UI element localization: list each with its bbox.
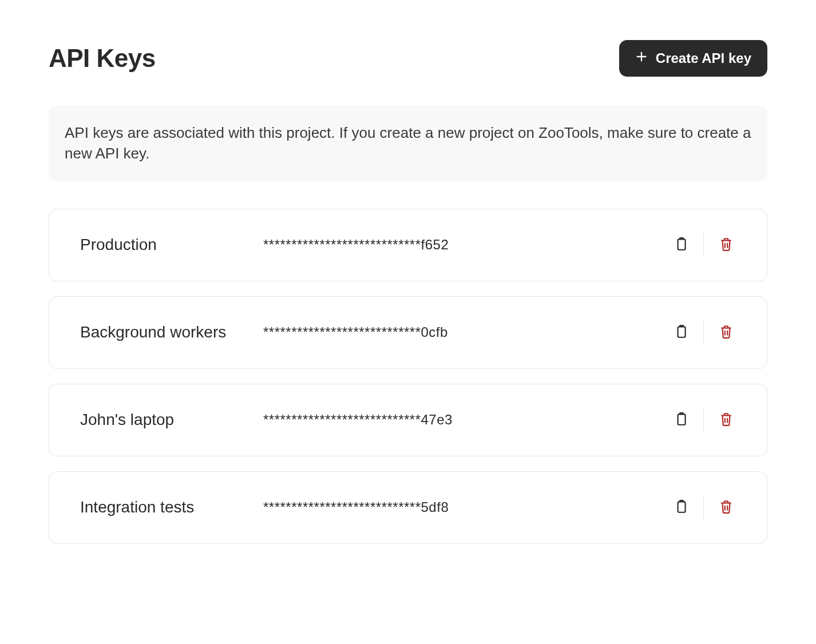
trash-icon xyxy=(719,236,734,255)
clipboard-icon xyxy=(674,236,688,255)
clipboard-icon xyxy=(674,323,688,342)
delete-api-key-button[interactable] xyxy=(704,406,748,434)
copy-api-key-button[interactable] xyxy=(659,231,703,259)
clipboard-icon xyxy=(674,411,688,430)
api-key-row: John's laptop **************************… xyxy=(49,384,767,456)
api-key-name: Production xyxy=(80,236,263,254)
api-key-name: John's laptop xyxy=(80,411,263,429)
svg-rect-8 xyxy=(678,414,686,424)
api-key-actions xyxy=(659,494,748,522)
api-key-masked-value: ****************************47e3 xyxy=(263,412,659,428)
delete-api-key-button[interactable] xyxy=(704,319,748,347)
clipboard-icon xyxy=(674,498,688,517)
trash-icon xyxy=(719,323,734,342)
create-button-label: Create API key xyxy=(656,50,751,66)
api-keys-list: Production ****************************f… xyxy=(49,209,767,544)
svg-rect-5 xyxy=(678,327,686,337)
api-key-masked-value: ****************************f652 xyxy=(263,237,659,253)
copy-api-key-button[interactable] xyxy=(659,406,703,434)
page-title: API Keys xyxy=(49,44,156,73)
api-key-masked-value: ****************************5df8 xyxy=(263,499,659,515)
api-key-row: Production ****************************f… xyxy=(49,209,767,281)
copy-api-key-button[interactable] xyxy=(659,494,703,522)
svg-rect-2 xyxy=(678,239,686,249)
delete-api-key-button[interactable] xyxy=(704,494,748,522)
api-key-row: Integration tests **********************… xyxy=(49,471,767,544)
trash-icon xyxy=(719,498,734,517)
api-key-actions xyxy=(659,406,748,434)
api-key-name: Background workers xyxy=(80,323,263,341)
copy-api-key-button[interactable] xyxy=(659,319,703,347)
svg-rect-11 xyxy=(678,502,686,512)
page-header: API Keys Create API key xyxy=(49,40,767,77)
delete-api-key-button[interactable] xyxy=(704,231,748,259)
trash-icon xyxy=(719,411,734,430)
api-key-name: Integration tests xyxy=(80,498,263,516)
info-box: API keys are associated with this projec… xyxy=(49,105,767,181)
plus-icon xyxy=(635,50,648,66)
api-key-actions xyxy=(659,319,748,347)
info-text: API keys are associated with this projec… xyxy=(65,122,751,164)
api-key-masked-value: ****************************0cfb xyxy=(263,324,659,340)
create-api-key-button[interactable]: Create API key xyxy=(619,40,767,77)
api-key-row: Background workers *********************… xyxy=(49,296,767,369)
api-key-actions xyxy=(659,231,748,259)
